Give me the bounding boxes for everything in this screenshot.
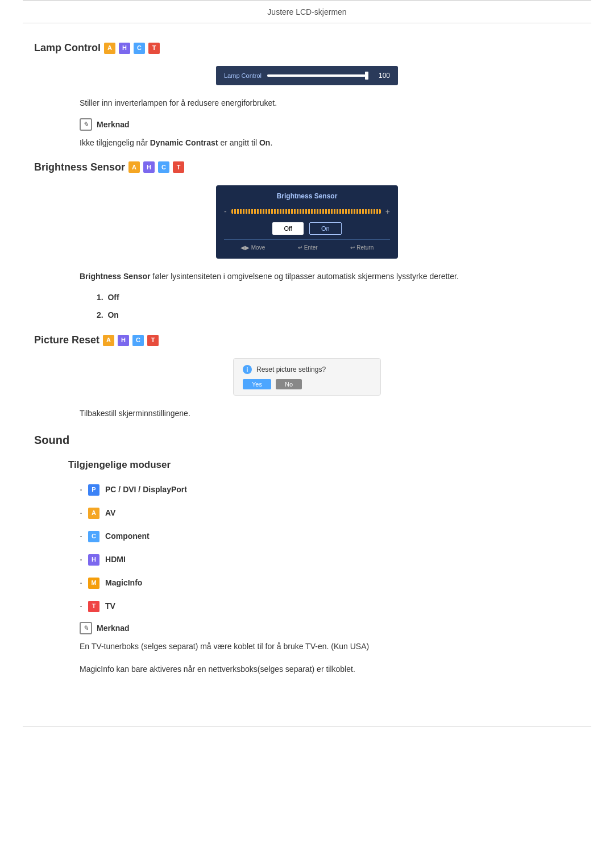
bs-list-label-2: On	[107, 310, 118, 319]
mode-item-tv: · T TV	[80, 599, 580, 614]
nav-return: ↩ Return	[350, 243, 374, 252]
merknad-icon-sound: ✎	[80, 622, 92, 634]
bs-list-item-2: 2. On	[34, 309, 580, 321]
lamp-control-heading: Lamp Control A H C T	[34, 40, 580, 56]
badge-h-lamp: H	[119, 43, 130, 54]
enter-icon: ↵	[298, 243, 302, 252]
mode-item-hdmi: · H HDMI	[80, 552, 580, 567]
badge-h-mode: H	[88, 554, 99, 566]
mode-label-component: Component	[105, 530, 150, 542]
mode-label-tv: TV	[105, 600, 115, 612]
lamp-merknad-box: ✎ Merknad	[34, 118, 580, 131]
badge-a-pr: A	[103, 335, 114, 346]
picture-reset-osd: i Reset picture settings? Yes No	[233, 358, 381, 396]
sound-sub-heading: Tilgjengelige moduser	[34, 458, 580, 472]
bs-osd-title: Brightness Sensor	[224, 191, 390, 201]
badge-t-pr: T	[147, 335, 159, 346]
badge-t-mode: T	[88, 601, 99, 612]
badge-c-bs: C	[158, 161, 169, 173]
lamp-control-osd: Lamp Control 100	[216, 66, 398, 85]
mode-label-pc: PC / DVI / DisplayPort	[105, 484, 187, 496]
brightness-sensor-title: Brightness Sensor	[34, 160, 125, 175]
badge-a-bs: A	[128, 161, 140, 173]
badge-h-bs: H	[143, 161, 155, 173]
mode-label-hdmi: HDMI	[105, 554, 126, 566]
bullet-hdmi: ·	[80, 552, 82, 567]
mode-item-component: · C Component	[80, 529, 580, 544]
bs-on-button[interactable]: On	[309, 222, 342, 235]
reset-no-button[interactable]: No	[276, 379, 302, 389]
mode-label-av: AV	[105, 507, 115, 519]
lamp-control-title: Lamp Control	[34, 40, 101, 56]
sound-note-1: En TV-tunerboks (selges separat) må være…	[34, 640, 580, 653]
lamp-description: Stiller inn inverterlampen for å reduser…	[34, 97, 580, 109]
dynamic-contrast-bold: Dynamic Contrast	[150, 138, 218, 147]
bs-minus-icon: -	[224, 206, 227, 218]
bullet-tv: ·	[80, 599, 82, 614]
sound-merknad-box: ✎ Merknad	[34, 622, 580, 634]
sound-mode-list: · P PC / DVI / DisplayPort · A AV · C Co…	[34, 482, 580, 614]
on-bold-lamp: On	[259, 138, 270, 147]
picture-reset-title: Picture Reset	[34, 333, 99, 348]
page-title: Justere LCD-skjermen	[0, 1, 614, 23]
sound-note-2: MagicInfo kan bare aktiveres når en nett…	[34, 663, 580, 675]
bullet-pc: ·	[80, 482, 82, 497]
bs-off-button[interactable]: Off	[272, 222, 303, 235]
bs-list-item-1: 1. Off	[34, 292, 580, 304]
bs-description: Brightness Sensor føler lysintensiteten …	[34, 270, 580, 283]
bs-bold: Brightness Sensor	[80, 272, 150, 281]
bs-list-num-1: 1.	[97, 293, 103, 302]
lamp-note-text: Ikke tilgjengelig når Dynamic Contrast e…	[34, 136, 580, 149]
bs-plus-icon: +	[385, 206, 390, 218]
move-icon: ◀▶	[240, 243, 250, 252]
badge-a-mode: A	[88, 508, 99, 519]
badge-t-bs: T	[173, 161, 184, 173]
brightness-sensor-heading: Brightness Sensor A H C T	[34, 160, 580, 175]
lamp-merknad-label: Merknad	[97, 119, 130, 131]
badge-c-lamp: C	[134, 43, 145, 54]
badge-c-mode: C	[88, 531, 99, 542]
badge-a-lamp: A	[104, 43, 115, 54]
picture-reset-description: Tilbakestill skjerminnstillingene.	[34, 407, 580, 420]
merknad-icon-lamp: ✎	[80, 118, 92, 131]
reset-yes-button[interactable]: Yes	[243, 379, 271, 389]
picture-reset-heading: Picture Reset A H C T	[34, 333, 580, 348]
brightness-sensor-osd: Brightness Sensor - + Off On ◀▶ Move ↵ E…	[216, 185, 398, 259]
mode-label-magicinfo: MagicInfo	[105, 577, 142, 589]
bullet-component: ·	[80, 529, 82, 544]
nav-enter: ↵ Enter	[298, 243, 318, 252]
bs-dot-bar	[231, 209, 381, 214]
bs-list-label-1: Off	[107, 293, 119, 302]
badge-h-pr: H	[118, 335, 129, 346]
mode-item-magicinfo: · M MagicInfo	[80, 575, 580, 591]
bs-list-num-2: 2.	[97, 310, 103, 319]
badge-m-mode: M	[88, 578, 99, 589]
badge-c-pr: C	[132, 335, 144, 346]
mode-item-pc: · P PC / DVI / DisplayPort	[80, 482, 580, 497]
reset-info-icon: i	[243, 365, 252, 374]
lamp-osd-value: 100	[374, 70, 390, 81]
badge-t-lamp: T	[148, 43, 160, 54]
sound-heading: Sound	[34, 431, 580, 448]
return-icon: ↩	[350, 243, 355, 252]
nav-move: ◀▶ Move	[240, 243, 265, 252]
bullet-av: ·	[80, 505, 82, 521]
reset-question: Reset picture settings?	[256, 364, 326, 375]
bs-osd-nav: ◀▶ Move ↵ Enter ↩ Return	[224, 239, 390, 252]
mode-item-av: · A AV	[80, 505, 580, 521]
bullet-magicinfo: ·	[80, 575, 82, 591]
sound-merknad-label: Merknad	[97, 622, 130, 634]
lamp-osd-label: Lamp Control	[224, 71, 262, 81]
badge-p-mode: P	[88, 484, 99, 496]
